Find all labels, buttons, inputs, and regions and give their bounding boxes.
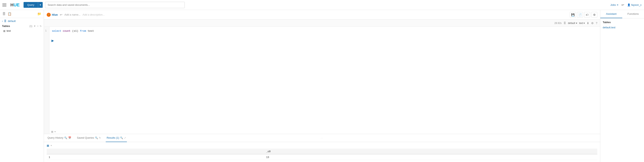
new-file-button[interactable]: 📄 — [577, 12, 583, 18]
line-number-1: 1 — [45, 29, 48, 32]
query-button[interactable]: Query — [24, 2, 38, 8]
meta-settings-icon[interactable]: ⚙ — [591, 22, 594, 25]
table-icon: ▦ — [3, 30, 6, 32]
hive-label: Hive — [52, 13, 58, 16]
filter-icon[interactable]: ▼ — [34, 25, 36, 28]
query-history-calendar-icon[interactable]: 📅 — [68, 136, 71, 139]
right-panel: Assistant Functions Tables default.test — [600, 10, 644, 162]
function-count: count — [63, 30, 70, 32]
query-button-group: Query ▾ — [24, 2, 42, 8]
editor-toolbar: 🐝 Hive ↩ Add a name... Add a description… — [44, 10, 600, 20]
bottom-chevron[interactable]: ▾ — [54, 130, 56, 133]
query-dropdown-button[interactable]: ▾ — [38, 2, 43, 8]
editor-name-field[interactable]: Add a name... — [64, 13, 80, 16]
jobs-label: Jobs — [610, 4, 616, 6]
meta-db-label: default — [568, 22, 575, 24]
keyword-select: select — [52, 30, 61, 32]
global-search-input[interactable] — [45, 2, 185, 8]
files-icon[interactable]: 📋 — [8, 12, 12, 16]
tab-assistant[interactable]: Assistant — [600, 10, 622, 18]
tab-query-history[interactable]: Query History 🔍 📅 — [47, 134, 72, 142]
sidebar-db-name: default — [8, 20, 16, 22]
results-tab-label: Results (1) — [106, 136, 119, 139]
left-sidebar: 🗄 📋 📁 ‹ 🗄 default Tables (1) ▼ + ↻ ▦ — [0, 10, 44, 162]
row-value: 13 — [264, 154, 597, 160]
save-button[interactable]: 💾 — [570, 12, 576, 18]
grid-icon[interactable]: ▦ — [51, 130, 53, 133]
tab-functions[interactable]: Functions — [622, 10, 644, 18]
editor-undo-button[interactable]: ↩ — [60, 13, 62, 16]
tables-actions: (1) ▼ + ↻ — [29, 25, 42, 28]
saved-queries-tab-label: Saved Queries — [77, 136, 94, 139]
tags-button[interactable]: 🏷 — [584, 12, 590, 18]
meta-db-chevron: ▾ — [576, 22, 577, 24]
center-editor-area: 🐝 Hive ↩ Add a name... Add a description… — [44, 10, 600, 162]
tabs-header: ··· Query History 🔍 📅 Saved Queries 🔍 ↻ … — [44, 134, 600, 142]
results-expand-icon[interactable]: ⤢ — [124, 136, 126, 139]
username-label: fayson_c — [631, 4, 642, 6]
keyword-from: from — [80, 30, 86, 32]
drag-indicator: ··· — [321, 137, 323, 139]
query-history-search-icon[interactable]: 🔍 — [64, 136, 67, 139]
meta-database-selector[interactable]: default ▾ — [568, 22, 577, 24]
code-content[interactable]: select count (s1) from test — [50, 27, 600, 134]
saved-queries-refresh-icon[interactable]: ↻ — [99, 136, 101, 139]
execution-time: 28.92s — [554, 22, 562, 24]
tables-count: (1) — [29, 25, 32, 28]
folder-icon[interactable]: 📁 — [37, 12, 41, 16]
hive-icon: 🐝 — [47, 13, 51, 17]
run-button[interactable]: ▶ — [52, 39, 54, 42]
hamburger-menu[interactable] — [2, 4, 6, 6]
hive-badge: 🐝 Hive — [47, 13, 58, 17]
bottom-tabs: ··· Query History 🔍 📅 Saved Queries 🔍 ↻ … — [44, 134, 600, 162]
results-chart-icon[interactable]: ▾ — [51, 144, 52, 147]
tables-label: Tables — [2, 24, 10, 28]
jobs-link[interactable]: Jobs ≡ — [610, 4, 618, 6]
tables-section-header: Tables (1) ▼ + ↻ — [2, 24, 42, 28]
database-icon-meta: 🗄 — [564, 22, 566, 24]
nav-right: Jobs ≡ ↩ 👤 fayson_c — [610, 3, 642, 7]
jobs-icon: ≡ — [617, 4, 618, 6]
line-numbers: 1 — [44, 27, 50, 134]
top-nav: HUE Query ▾ Jobs ≡ ↩ 👤 fayson_c — [0, 0, 644, 10]
right-panel-content: Tables default.test — [600, 18, 644, 32]
logo-h: H — [10, 2, 14, 8]
tab-results[interactable]: Results (1) 🔍 ⤢ — [106, 134, 127, 142]
database-icon[interactable]: 🗄 — [2, 12, 6, 16]
tab-saved-queries[interactable]: Saved Queries 🔍 ↻ — [76, 134, 102, 142]
table-item-test[interactable]: ▦ test — [2, 28, 42, 33]
query-history-tab-label: Query History — [48, 136, 63, 139]
results-table: _c0 1 13 — [47, 149, 597, 160]
sidebar-back-button[interactable]: ‹ 🗄 default — [2, 20, 42, 22]
meta-format-selector[interactable]: text ▾ — [579, 22, 585, 24]
editor-description-field[interactable]: Add a description... — [82, 13, 105, 16]
sidebar-icon-bar: 🗄 📋 📁 — [0, 10, 44, 18]
user-menu[interactable]: 👤 fayson_c — [627, 4, 642, 6]
col-header-c0: _c0 — [264, 149, 597, 154]
undo-icon[interactable]: ↩ — [622, 3, 624, 7]
results-area: ▦ ▾ _c0 1 13 — [44, 142, 600, 162]
chart-chevron: ▾ — [51, 144, 52, 147]
right-table-item-test[interactable]: default.test — [603, 25, 642, 30]
main-layout: 🗄 📋 📁 ‹ 🗄 default Tables (1) ▼ + ↻ ▦ — [0, 10, 644, 162]
right-tables-title: Tables — [603, 21, 642, 24]
editor-meta-bar: 28.92s 🗄 default ▾ text ▾ ⬇ ⚙ ? — [44, 20, 600, 27]
code-table: test — [88, 30, 94, 32]
editor-bottom-bar: ▦ ▾ — [50, 130, 57, 134]
editor-toolbar-right: 💾 📄 🏷 ⚙ — [570, 12, 597, 18]
results-grid-icon[interactable]: ▦ — [47, 144, 49, 147]
sidebar-content: ‹ 🗄 default Tables (1) ▼ + ↻ ▦ test — [0, 18, 44, 162]
table-row: 1 13 — [47, 154, 597, 160]
meta-download-icon[interactable]: ⬇ — [587, 22, 589, 25]
right-panel-tabs: Assistant Functions — [600, 10, 644, 18]
meta-help-icon[interactable]: ? — [596, 22, 597, 25]
back-arrow-icon: ‹ — [2, 20, 3, 22]
code-editor[interactable]: 1 select count (s1) from test ▶ ▦ ▾ — [44, 27, 600, 134]
results-search-icon[interactable]: 🔍 — [120, 136, 123, 139]
user-icon: 👤 — [627, 4, 631, 6]
refresh-tables-icon[interactable]: ↻ — [40, 25, 42, 28]
settings-button[interactable]: ⚙ — [591, 12, 597, 18]
add-table-icon[interactable]: + — [37, 25, 38, 28]
table-name: test — [6, 29, 11, 32]
saved-queries-search-icon[interactable]: 🔍 — [95, 136, 98, 139]
